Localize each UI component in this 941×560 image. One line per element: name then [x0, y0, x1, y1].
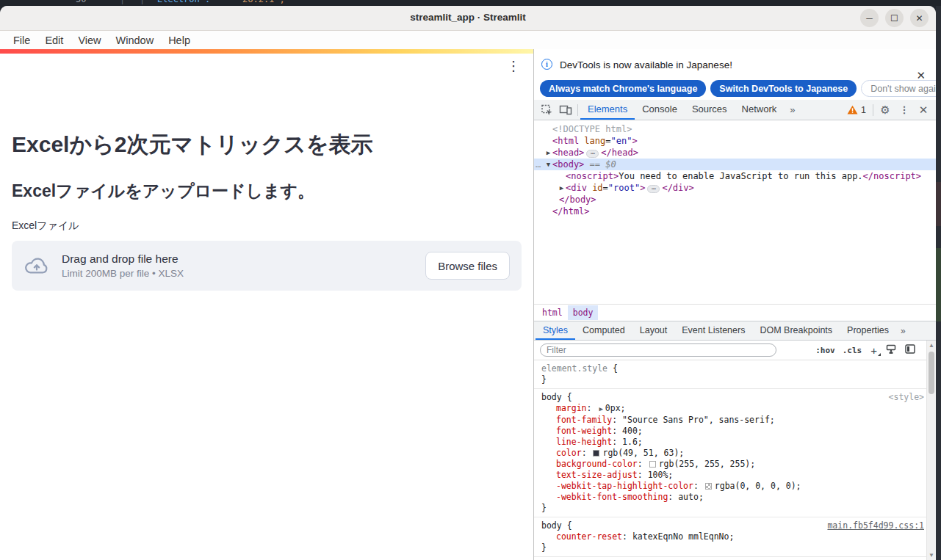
dom-node-line[interactable]: <html lang="en">: [534, 135, 936, 147]
close-button[interactable]: ✕: [910, 9, 929, 27]
rendering-emulation-icon[interactable]: [886, 344, 896, 357]
terminal-text-fragment: │: [120, 0, 125, 5]
devtools-tab-sources[interactable]: Sources: [685, 100, 735, 120]
menu-file[interactable]: File: [6, 34, 37, 46]
menu-edit[interactable]: Edit: [37, 34, 71, 46]
color-swatch[interactable]: [593, 450, 599, 457]
dom-node-line[interactable]: …▼<body> == $0: [534, 159, 936, 170]
browse-files-button[interactable]: Browse files: [425, 252, 510, 280]
devtools-tab-network[interactable]: Network: [735, 100, 785, 120]
scrollbar-down-arrow[interactable]: ▼: [927, 552, 936, 559]
devtools-tab-bar: ElementsConsoleSourcesNetwork: [580, 100, 784, 120]
terminal-text-fragment: 50: [76, 0, 86, 5]
menu-window[interactable]: Window: [109, 34, 162, 46]
menu-help[interactable]: Help: [161, 34, 198, 46]
styles-filter-input[interactable]: [540, 343, 776, 357]
dom-node-line[interactable]: <!DOCTYPE html>: [534, 123, 936, 135]
banner-button[interactable]: Switch DevTools to Japanese: [710, 80, 857, 97]
sidebar-tab-styles[interactable]: Styles: [536, 321, 575, 340]
devtools-pane: i DevTools is now available in Japanese!…: [533, 49, 936, 560]
new-style-rule-icon[interactable]: +: [870, 344, 877, 357]
dom-breadcrumb: htmlbody: [534, 304, 936, 321]
devtools-tab-console[interactable]: Console: [635, 100, 685, 120]
css-property[interactable]: counter-reset: katexEqnNo mmlEqnNo;: [541, 531, 920, 542]
terminal-text-fragment: Electron :: [157, 0, 210, 5]
color-swatch[interactable]: [649, 461, 656, 468]
sidebar-tab-layout[interactable]: Layout: [632, 321, 675, 340]
maximize-button[interactable]: ☐: [885, 9, 904, 27]
css-property[interactable]: line-height: 1.6;: [541, 437, 920, 448]
color-swatch[interactable]: [705, 483, 712, 490]
streamlit-app-pane: ⋮ Excelから2次元マトリックスを表示 Excelファイルをアップロードしま…: [0, 49, 533, 560]
streamlit-decoration-bar: [0, 49, 533, 54]
css-property[interactable]: text-size-adjust: 100%;: [541, 470, 920, 481]
dom-node-line[interactable]: </body>: [534, 194, 936, 206]
styles-rules-area: element.style {}body {<style>margin: ▶0p…: [534, 360, 936, 560]
banner-button[interactable]: Don't show again: [861, 80, 936, 97]
css-rule[interactable]: body {main.fb5f4d99.css:1counter-reset: …: [534, 517, 936, 557]
scrollbar-up-arrow[interactable]: ▲: [927, 342, 936, 349]
banner-button[interactable]: Always match Chrome's language: [540, 80, 706, 97]
css-property[interactable]: background-color: rgb(255, 255, 255);: [541, 459, 920, 470]
stylesheet-source-link[interactable]: main.fb5f4d99.css:1: [827, 520, 924, 531]
menubar: FileEditViewWindowHelp: [0, 31, 936, 49]
styles-scrollbar[interactable]: ▲ ▼: [926, 341, 936, 560]
inspect-element-icon[interactable]: [537, 101, 556, 119]
device-toolbar-icon[interactable]: [556, 101, 575, 119]
devtools-language-banner: i DevTools is now available in Japanese!…: [534, 49, 936, 100]
style-origin-label: <style>: [889, 392, 924, 403]
sidebar-panel-icon[interactable]: [905, 344, 915, 356]
app-window: streamlit_app · Streamlit ─ ☐ ✕ FileEdit…: [0, 6, 936, 560]
devtools-menu-icon[interactable]: ⋮: [895, 101, 914, 119]
file-limit-text: Limit 200MB per file • XLSX: [62, 268, 184, 279]
expand-ellipsis-button[interactable]: ⋯: [586, 150, 599, 158]
styles-sidebar-tabs: StylesComputedLayoutEvent ListenersDOM B…: [534, 321, 936, 341]
sidebar-tab-properties[interactable]: Properties: [840, 321, 896, 340]
warning-count: 1: [861, 105, 866, 115]
css-property[interactable]: color: rgb(49, 51, 63);: [541, 448, 920, 459]
styles-filter-row: :hov.cls +: [534, 341, 936, 360]
css-property[interactable]: -webkit-tap-highlight-color: rgba(0, 0, …: [541, 481, 920, 492]
css-property[interactable]: margin: ▶0px;: [541, 403, 920, 415]
terminal-text-fragment: 26.2.1 ;: [242, 0, 285, 5]
css-rule[interactable]: element.style {}: [534, 360, 936, 389]
breadcrumb-html[interactable]: html: [537, 305, 568, 320]
file-uploader-dropzone[interactable]: Drag and drop file here Limit 200MB per …: [12, 241, 522, 291]
devtools-close-icon[interactable]: ✕: [914, 101, 933, 119]
devtools-tab-elements[interactable]: Elements: [580, 100, 635, 120]
terminal-text-fragment: │: [140, 0, 145, 5]
warnings-badge[interactable]: 1: [843, 105, 870, 115]
sidebar-tab-dom-breakpoints[interactable]: DOM Breakpoints: [752, 321, 840, 340]
scrollbar-thumb[interactable]: [929, 352, 934, 394]
close-icon: ✕: [915, 14, 923, 23]
titlebar: streamlit_app · Streamlit ─ ☐ ✕: [0, 6, 936, 31]
css-property[interactable]: font-family: "Source Sans Pro", sans-ser…: [541, 415, 920, 426]
minimize-button[interactable]: ─: [860, 9, 879, 27]
breadcrumb-body[interactable]: body: [568, 305, 599, 320]
pseudo-class-button[interactable]: :hov: [815, 346, 835, 355]
dom-node-line[interactable]: </html>: [534, 206, 936, 217]
sidebar-tab-computed[interactable]: Computed: [575, 321, 632, 340]
settings-gear-icon[interactable]: ⚙: [876, 101, 895, 119]
cloud-upload-icon: [24, 253, 50, 278]
app-menu-button[interactable]: ⋮: [507, 60, 520, 72]
pseudo-class-button[interactable]: .cls: [843, 346, 862, 355]
menu-view[interactable]: View: [71, 34, 108, 46]
window-title: streamlit_app · Streamlit: [0, 12, 936, 23]
css-rule[interactable]: *, ::before, ::after {<style>box-sizing:…: [534, 557, 936, 560]
window-controls: ─ ☐ ✕: [860, 9, 929, 27]
sidebar-tab-event-listeners[interactable]: Event Listeners: [674, 321, 752, 340]
warning-icon: [847, 105, 858, 114]
css-rule[interactable]: body {<style>margin: ▶0px;font-family: "…: [534, 389, 936, 517]
expand-ellipsis-button[interactable]: ⋯: [647, 185, 660, 193]
dom-node-line[interactable]: <noscript>You need to enable JavaScript …: [534, 170, 936, 182]
background-terminal-strip: 50││Electron :26.2.1 ;: [0, 0, 941, 6]
css-property[interactable]: -webkit-font-smoothing: auto;: [541, 492, 920, 503]
more-sidebar-tabs-icon[interactable]: »: [896, 326, 910, 336]
drag-drop-text: Drag and drop file here: [62, 252, 184, 266]
dom-node-line[interactable]: ▶<div id="root">⋯</div>: [534, 182, 936, 194]
more-tabs-icon[interactable]: »: [784, 104, 801, 115]
info-icon: i: [541, 59, 552, 70]
css-property[interactable]: font-weight: 400;: [541, 426, 920, 437]
dom-node-line[interactable]: ▶<head>⋯</head>: [534, 147, 936, 159]
